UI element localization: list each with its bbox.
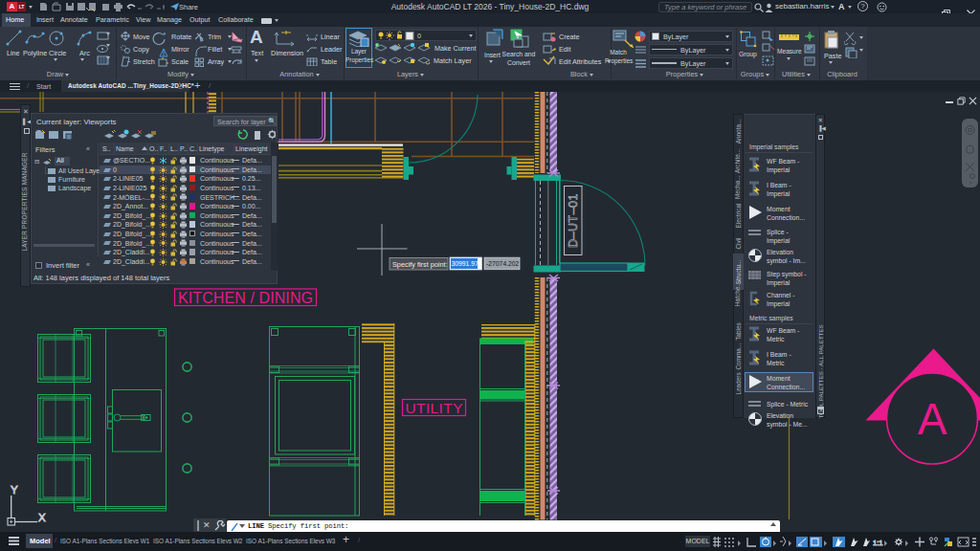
svg-text:1:1: 1:1 — [873, 539, 882, 547]
